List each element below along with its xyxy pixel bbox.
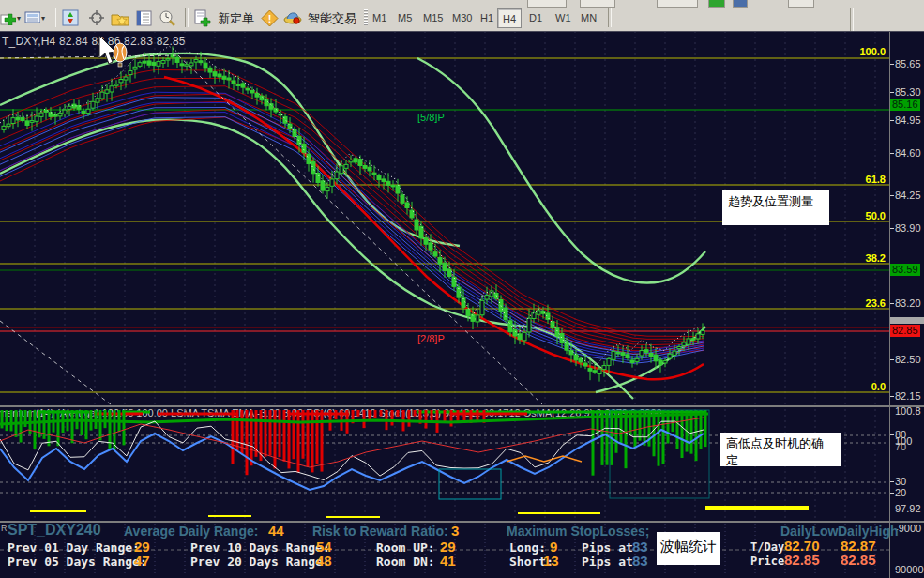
svg-text:!: !	[267, 12, 271, 23]
ind-axis-label: 30	[895, 476, 906, 487]
tf-m15-button[interactable]: M15	[418, 8, 447, 26]
murrey-58-label: [5/8]P	[417, 112, 445, 123]
adr-value: 44	[268, 523, 284, 539]
ind-axis-label: 20	[895, 487, 906, 498]
auto-scroll-icon[interactable]	[60, 8, 81, 27]
axis-tick: 85.30	[895, 86, 921, 98]
clipped-widget	[733, 0, 748, 8]
short-value: 13	[543, 553, 559, 569]
p20-value: 48	[316, 553, 332, 569]
tf-m5-button[interactable]: M5	[393, 8, 417, 26]
price-chart[interactable]	[0, 31, 889, 578]
clipped-widget	[708, 0, 725, 8]
tf-d1-button[interactable]: D1	[524, 8, 547, 26]
new-chart-icon[interactable]: ▾	[0, 8, 21, 27]
price-high-value: 82.85	[841, 552, 876, 568]
p05-label: Prev 05 Days Range:	[8, 555, 147, 569]
fib-label-618: 61.8	[841, 174, 886, 185]
roomup-label: Room UP:	[376, 540, 435, 555]
pane-separator[interactable]	[0, 521, 924, 523]
tile-windows-icon[interactable]: ▾	[24, 8, 45, 27]
tf-m30-button[interactable]: M30	[447, 8, 477, 26]
new-order-icon[interactable]	[192, 8, 213, 27]
p01-label: Prev 01 Day Range:	[8, 540, 140, 555]
maxsl-label: Maximum StopLosses;	[507, 524, 649, 539]
tf-h1-button[interactable]: H1	[476, 8, 498, 26]
crosshair-icon[interactable]	[86, 8, 107, 27]
tf-mn-button[interactable]: MN	[576, 8, 601, 26]
long-label: Long:	[509, 540, 546, 555]
clipped-widget	[788, 0, 814, 8]
p10-label: Prev 10 Days Range:	[190, 540, 330, 555]
dailyhigh-header: DailyHigh	[838, 524, 899, 539]
toolbar-separator	[608, 8, 612, 27]
level-price-tag-lower: 83.59	[890, 264, 920, 276]
expert-advisors-button[interactable]: 智能交易	[308, 10, 356, 27]
rr-label: Risk to Reward Ratio:	[312, 524, 448, 539]
new-order-button[interactable]: 新定单	[218, 10, 254, 27]
tf-m1-button[interactable]: M1	[368, 8, 391, 26]
p05-value: 47	[134, 553, 150, 569]
price-label: Price	[750, 555, 784, 568]
toolbar: ▾ ▾ 新定单 ! 智能交易	[0, 0, 924, 32]
annotation-timing: 高低点及时机的确定	[720, 433, 841, 466]
mouse-cursor	[98, 36, 129, 77]
pane-separator[interactable]	[0, 405, 924, 407]
roomdn-value: 41	[440, 553, 456, 569]
stats-axis-top: -9000	[895, 523, 921, 534]
stats-axis-bottom: 90000	[895, 564, 924, 575]
axis-tick: 82.50	[895, 354, 921, 365]
level-price-tag-upper: 85.16	[890, 99, 920, 111]
toolbar-edge	[850, 8, 854, 31]
fib-label-100: 100.0	[841, 46, 886, 57]
axis-tick: 85.65	[895, 58, 921, 69]
axis-tick: 84.60	[895, 147, 921, 159]
axis-tick: 83.20	[895, 297, 921, 309]
clipped-widget	[657, 0, 698, 8]
ask-price-tag	[890, 317, 924, 324]
pips-at-short-label: Pips at	[582, 555, 633, 569]
price-low-value: 82.85	[784, 552, 820, 568]
fib-label-236: 23.6	[841, 297, 886, 309]
clipped-widget	[527, 0, 567, 8]
stats-symbol: SPT_DXY240	[8, 522, 101, 539]
clipped-widget	[580, 0, 615, 8]
annotation-trend: 趋势及位置测量	[722, 190, 829, 225]
pips-at-long-label: Pips at	[582, 540, 633, 555]
toolbar-separator	[185, 8, 189, 27]
annotation-range: 波幅统计	[657, 532, 720, 565]
mt4-window: ▾ ▾ 新定单 ! 智能交易	[0, 0, 924, 578]
price-axis[interactable]: 85.65 85.30 84.95 84.60 84.25 83.90 83.2…	[889, 31, 924, 578]
stats-corner-mark: R	[1, 524, 8, 533]
bid-price-tag: 82.85	[890, 325, 920, 337]
ind-axis-label: 70	[895, 441, 906, 452]
dailylow-header: DailyLow	[780, 524, 838, 539]
expert-advisors-icon[interactable]	[282, 8, 303, 27]
murrey-28-label: [2/8]P	[417, 333, 445, 344]
rr-value: 3	[451, 523, 459, 539]
axis-tick: 83.90	[895, 222, 921, 234]
clipped-upper-toolbar	[0, 0, 924, 8]
ind-axis-label: 97.92	[895, 503, 921, 514]
axis-tick: 84.95	[895, 114, 921, 126]
adr-label: Average Daily Range:	[124, 524, 258, 539]
axis-tick: 84.25	[895, 190, 921, 201]
tf-w1-button[interactable]: W1	[551, 8, 576, 26]
market-watch-icon[interactable]	[134, 8, 155, 27]
history-center-icon[interactable]	[157, 8, 177, 27]
fib-label-500: 50.0	[841, 210, 886, 221]
alerts-icon[interactable]: !	[259, 8, 280, 27]
fib-label-000: 0.0	[841, 381, 886, 392]
axis-tick: 82.15	[895, 390, 921, 402]
favorites-icon[interactable]	[110, 8, 130, 27]
pips-short-value: 83	[632, 553, 648, 569]
tf-h4-button[interactable]: H4	[497, 8, 522, 28]
fib-label-382: 38.2	[841, 252, 886, 264]
tday-label: T/Day	[750, 540, 784, 554]
p20-label: Prev 20 Days Range:	[190, 555, 330, 569]
toolbar-separator	[53, 8, 56, 27]
roomdn-label: Room DN:	[376, 555, 435, 569]
